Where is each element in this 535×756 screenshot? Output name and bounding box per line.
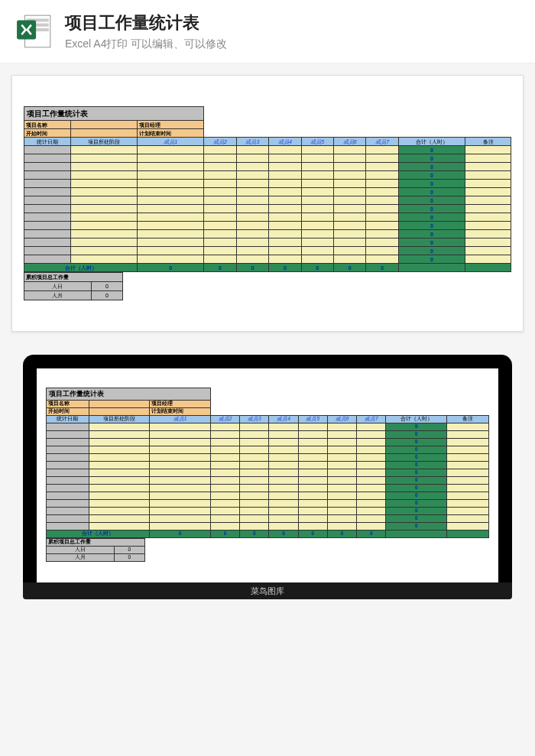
spreadsheet-2: 项目工作量统计表 项目名称 项目经理 开始时间 计划结束时间 <box>46 388 489 562</box>
col-member-1: 成员1 <box>138 138 204 146</box>
table-row[interactable]: 0 <box>47 508 489 515</box>
table-row[interactable]: 0 <box>24 213 511 222</box>
workload-table: 项目工作量统计表 项目名称 项目经理 开始时间 计划结束时间 <box>46 388 489 538</box>
sheet-title: 项目工作量统计表 <box>47 388 211 401</box>
table-row[interactable]: 0 <box>47 492 489 500</box>
page-header: 项目工作量统计表 Excel A4打印 可以编辑、可以修改 <box>0 0 535 63</box>
col-member-3: 成员3 <box>236 138 268 146</box>
col-member-5: 成员5 <box>301 138 333 146</box>
table-row[interactable]: 0 <box>47 500 489 508</box>
table-row[interactable]: 0 <box>24 205 511 213</box>
summary-table: 累积项目总工作量 人日0 人月0 <box>24 272 123 300</box>
table-row[interactable]: 0 <box>47 423 489 431</box>
summary-row: 人月0 <box>24 291 123 300</box>
col-phase: 项目所处阶段 <box>71 138 138 146</box>
total-row: 合计（人时） 0 0 0 0 0 0 0 <box>24 264 511 272</box>
col-member-6: 成员6 <box>334 138 366 146</box>
table-row[interactable]: 0 <box>24 247 511 255</box>
watermark-text: 菜鸟图库 <box>251 586 284 597</box>
table-row[interactable]: 0 <box>47 446 489 454</box>
col-total: 合计（人时） <box>398 138 465 146</box>
label-project-manager: 项目经理 <box>138 121 204 129</box>
label-plan-end: 计划结束时间 <box>138 129 204 138</box>
col-stat-date: 统计日期 <box>24 138 71 146</box>
col-member-2: 成员2 <box>204 138 236 146</box>
table-row[interactable]: 0 <box>47 431 489 439</box>
table-row[interactable]: 0 <box>24 163 511 171</box>
sheet-title: 项目工作量统计表 <box>24 107 204 121</box>
excel-icon <box>15 12 54 50</box>
table-row[interactable]: 0 <box>47 485 489 492</box>
table-row[interactable]: 0 <box>24 171 511 180</box>
col-member-4: 成员4 <box>269 138 301 146</box>
table-row[interactable]: 0 <box>24 255 511 264</box>
value-start-time[interactable] <box>71 129 138 138</box>
label-project-name: 项目名称 <box>24 121 71 129</box>
page-subtitle: Excel A4打印 可以编辑、可以修改 <box>65 37 227 51</box>
table-row[interactable]: 0 <box>47 469 489 477</box>
table-row[interactable]: 0 <box>24 230 511 238</box>
workload-table: 项目工作量统计表 项目名称 项目经理 开始时间 计划结束时间 统计日期 项目所处… <box>24 106 511 272</box>
table-row[interactable]: 0 <box>24 222 511 230</box>
table-row[interactable]: 0 <box>24 180 511 188</box>
spreadsheet-1: 项目工作量统计表 项目名称 项目经理 开始时间 计划结束时间 统计日期 项目所处… <box>24 106 511 300</box>
table-row[interactable]: 0 <box>47 462 489 469</box>
summary-row: 人日0 <box>24 282 123 291</box>
laptop-base: 菜鸟图库 <box>23 582 512 599</box>
preview-card-1: 项目工作量统计表 项目名称 项目经理 开始时间 计划结束时间 统计日期 项目所处… <box>11 75 524 332</box>
table-row[interactable]: 0 <box>24 146 511 154</box>
summary-title: 累积项目总工作量 <box>24 273 123 282</box>
table-row[interactable]: 0 <box>47 515 489 523</box>
table-row[interactable]: 0 <box>47 523 489 530</box>
table-row[interactable]: 0 <box>47 454 489 462</box>
label-start-time: 开始时间 <box>24 129 71 138</box>
table-row[interactable]: 0 <box>24 196 511 205</box>
table-row[interactable]: 0 <box>24 154 511 163</box>
laptop-screen: 项目工作量统计表 项目名称 项目经理 开始时间 计划结束时间 <box>37 368 498 582</box>
col-member-7: 成员7 <box>366 138 398 146</box>
summary-table: 累积项目总工作量 人日0 人月0 <box>46 538 145 562</box>
laptop-preview: 项目工作量统计表 项目名称 项目经理 开始时间 计划结束时间 <box>0 355 535 599</box>
total-row: 合计（人时） 0 0 0 0 0 0 0 <box>47 530 489 538</box>
laptop-frame: 项目工作量统计表 项目名称 项目经理 开始时间 计划结束时间 <box>23 355 512 582</box>
table-row[interactable]: 0 <box>24 188 511 196</box>
table-row[interactable]: 0 <box>47 439 489 446</box>
table-row[interactable]: 0 <box>47 477 489 485</box>
value-project-name[interactable] <box>71 121 138 129</box>
page-title: 项目工作量统计表 <box>65 11 227 34</box>
col-remark: 备注 <box>465 138 511 146</box>
table-row[interactable]: 0 <box>24 238 511 247</box>
